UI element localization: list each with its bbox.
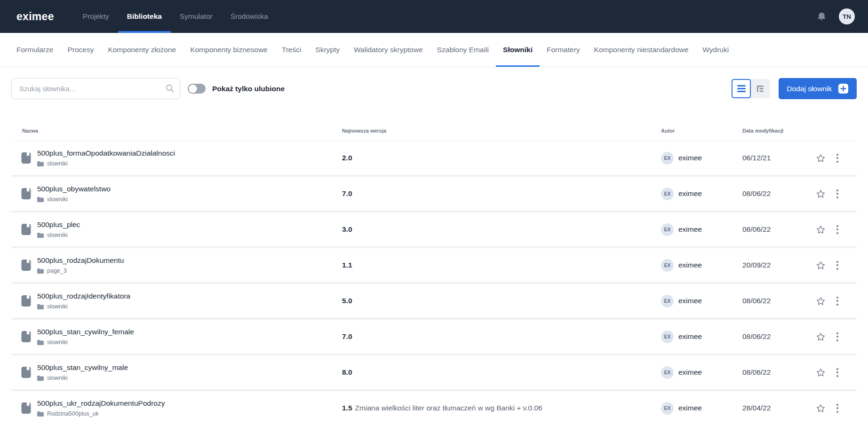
author-name: eximee — [678, 368, 702, 377]
add-dictionary-button[interactable]: Dodaj słownik — [779, 78, 857, 99]
table-row[interactable]: 500plus_stan_cywilny_male slowniki 8.0 E… — [11, 355, 857, 391]
folder-icon — [37, 197, 44, 202]
author-avatar: EX — [661, 331, 674, 343]
folder-icon — [37, 304, 44, 309]
folder-icon — [37, 411, 44, 417]
tab-komponenty-z-o-one[interactable]: Komponenty złożone — [101, 33, 183, 67]
flat-list-view-button[interactable] — [732, 79, 751, 98]
table-row[interactable]: 500plus_ukr_rodzajDokumentuPodrozy Rodzi… — [11, 391, 857, 425]
tab-skrypty[interactable]: Skrypty — [308, 33, 347, 67]
version-value: 3.0 — [342, 225, 352, 233]
folder-icon — [37, 161, 44, 166]
row-menu-icon[interactable] — [835, 366, 840, 379]
dictionary-icon — [21, 188, 31, 200]
tree-list-view-button[interactable] — [751, 79, 770, 98]
nav-item-biblioteka[interactable]: Biblioteka — [118, 0, 171, 33]
author-avatar: EX — [661, 259, 674, 272]
search-input[interactable] — [11, 78, 180, 99]
modified-date: 08/06/22 — [742, 332, 812, 341]
tab-procesy[interactable]: Procesy — [60, 33, 101, 67]
table-row[interactable]: 500plus_formaOpodatkowaniaDzialalnosci s… — [11, 141, 857, 177]
favorite-star-icon[interactable] — [816, 296, 826, 306]
toolbar: Pokaż tylko ulubione Dodaj słownik — [0, 78, 868, 99]
nav-items: ProjektyBibliotekaSymulatorŚrodowiska — [74, 0, 277, 33]
favorite-star-icon[interactable] — [816, 368, 826, 378]
tab-tre-ci[interactable]: Treści — [275, 33, 309, 67]
version-value: 2.0 — [342, 154, 352, 162]
add-dictionary-label: Dodaj słownik — [787, 85, 832, 93]
author-avatar: EX — [661, 223, 674, 236]
nav-item-rodowiska[interactable]: Środowiska — [222, 0, 277, 33]
folder-name: page_3 — [47, 268, 67, 274]
magnifier-icon — [166, 84, 174, 93]
plus-icon — [838, 83, 849, 94]
tab-formularze[interactable]: Formularze — [9, 33, 60, 67]
modified-date: 06/12/21 — [742, 154, 812, 162]
favorite-star-icon[interactable] — [816, 225, 826, 235]
bell-icon[interactable] — [817, 11, 827, 22]
favorite-star-icon[interactable] — [816, 403, 826, 413]
row-menu-icon[interactable] — [835, 152, 840, 165]
row-menu-icon[interactable] — [835, 259, 840, 272]
version-value: 5.0 — [342, 297, 352, 305]
author-name: eximee — [678, 189, 702, 198]
dictionary-icon — [21, 223, 31, 236]
author-name: eximee — [678, 332, 702, 341]
row-menu-icon[interactable] — [835, 295, 840, 307]
table-row[interactable]: 500plus_rodzajDokumentu page_3 1.1 EX ex… — [11, 248, 857, 284]
row-menu-icon[interactable] — [835, 331, 840, 343]
version-value: 1.5 — [342, 404, 352, 412]
header-author: Autor — [661, 128, 742, 134]
version-note: Zmiana wielkości liter oraz tłumaczeń w … — [355, 404, 542, 412]
header-modified: Data modyfikacji — [742, 128, 812, 134]
folder-icon — [37, 376, 44, 381]
table-rows: 500plus_formaOpodatkowaniaDzialalnosci s… — [11, 141, 857, 425]
folder-name: slowniki — [47, 196, 68, 203]
table-row[interactable]: 500plus_rodzajIdentyfikatora slowniki 5.… — [11, 284, 857, 320]
author-avatar: EX — [661, 402, 674, 415]
tab-komponenty-biznesowe[interactable]: Komponenty biznesowe — [183, 33, 275, 67]
favorites-toggle-label: Pokaż tylko ulubione — [212, 85, 285, 93]
author-name: eximee — [678, 261, 702, 269]
folder-name: Rodzina500plus_uk — [47, 410, 99, 417]
nav-item-projekty[interactable]: Projekty — [74, 0, 118, 33]
favorite-star-icon[interactable] — [816, 332, 826, 342]
author-avatar: EX — [661, 152, 674, 165]
row-menu-icon[interactable] — [835, 188, 840, 200]
modified-date: 20/09/22 — [742, 261, 812, 269]
row-menu-icon[interactable] — [835, 223, 840, 236]
table-row[interactable]: 500plus_stan_cywilny_female slowniki 7.0… — [11, 320, 857, 355]
search-wrap — [11, 78, 180, 99]
author-name: eximee — [678, 154, 702, 162]
author-name: eximee — [678, 404, 702, 412]
favorite-star-icon[interactable] — [816, 260, 826, 270]
flat-list-icon — [737, 85, 746, 92]
row-menu-icon[interactable] — [835, 402, 840, 415]
dictionary-icon — [21, 402, 31, 414]
table-row[interactable]: 500plus_plec slowniki 3.0 EX eximee 08/0… — [11, 212, 857, 248]
tab-wydruki[interactable]: Wydruki — [695, 33, 736, 67]
tab-formatery[interactable]: Formatery — [540, 33, 587, 67]
favorite-star-icon[interactable] — [816, 153, 826, 163]
dictionary-icon — [21, 331, 31, 343]
author-avatar: EX — [661, 366, 674, 379]
tab-szablony-emaili[interactable]: Szablony Emaili — [430, 33, 496, 67]
nav-item-symulator[interactable]: Symulator — [171, 0, 222, 33]
top-navbar: eximee ProjektyBibliotekaSymulatorŚrodow… — [0, 0, 868, 33]
version-value: 1.1 — [342, 261, 352, 269]
dictionary-table: Nazwa Najnowsza wersja Autor Data modyfi… — [11, 128, 857, 425]
tab-walidatory-skryptowe[interactable]: Walidatory skryptowe — [347, 33, 430, 67]
table-row[interactable]: 500plus_obywatelstwo slowniki 7.0 EX exi… — [11, 177, 857, 212]
favorite-star-icon[interactable] — [816, 189, 826, 199]
table-header: Nazwa Najnowsza wersja Autor Data modyfi… — [11, 128, 857, 141]
favorites-toggle[interactable] — [188, 84, 206, 94]
tab-komponenty-niestandardowe[interactable]: Komponenty niestandardowe — [587, 33, 696, 67]
user-avatar[interactable]: TN — [839, 8, 855, 24]
author-avatar: EX — [661, 295, 674, 307]
header-version: Najnowsza wersja — [342, 128, 661, 134]
tree-list-icon — [757, 85, 764, 93]
tab-s-owniki[interactable]: Słowniki — [496, 33, 540, 67]
modified-date: 08/06/22 — [742, 225, 812, 234]
view-toggle-group — [732, 79, 770, 98]
folder-icon — [37, 233, 44, 238]
